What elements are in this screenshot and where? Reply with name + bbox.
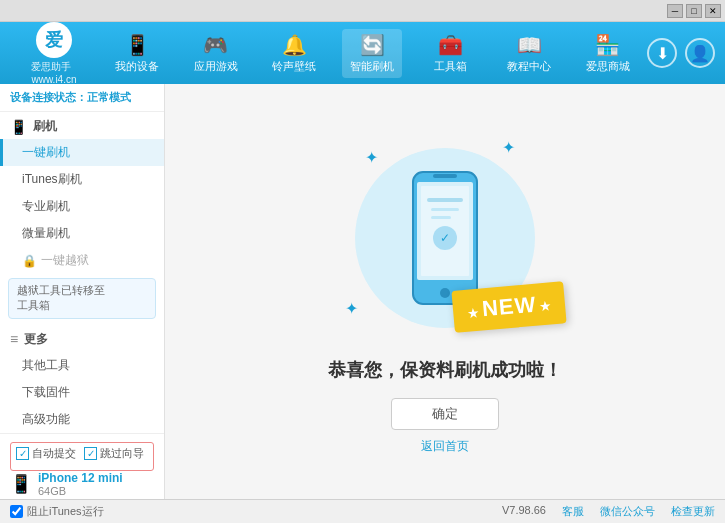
wechat-official-link[interactable]: 微信公众号 [600, 504, 655, 519]
sidebar-item-advanced[interactable]: 高级功能 [0, 406, 164, 433]
flash-section-header: 📱 刷机 [0, 112, 164, 139]
new-badge: NEW [451, 281, 567, 333]
sidebar-item-one-click-flash[interactable]: 一键刷机 [0, 139, 164, 166]
sidebar-bottom: ✓ 自动提交 ✓ 跳过向导 📱 iPhone 12 mini [0, 433, 164, 499]
nav-mall[interactable]: 🏪 爱思商城 [578, 29, 638, 78]
device-firmware: Down-12mini-13,1 [38, 497, 127, 499]
nav-my-device[interactable]: 📱 我的设备 [107, 29, 167, 78]
auto-submit-checkbox[interactable]: ✓ 自动提交 [16, 446, 76, 461]
ringtones-icon: 🔔 [282, 33, 307, 57]
content-area: ✓ ✦ ✦ ✦ NEW 恭喜您，保资料刷机成功啦！ 确定 返回首页 [165, 84, 725, 499]
window-controls: ─ □ ✕ [667, 4, 721, 18]
status-bar: 设备连接状态：正常模式 [0, 84, 164, 112]
confirm-button[interactable]: 确定 [391, 398, 499, 430]
svg-rect-7 [431, 216, 451, 219]
sparkle-icon-1: ✦ [365, 148, 378, 167]
device-checkboxes: ✓ 自动提交 ✓ 跳过向导 [16, 446, 148, 461]
download-button[interactable]: ⬇ [647, 38, 677, 68]
back-link[interactable]: 返回首页 [421, 438, 469, 455]
device-phone-icon: 📱 [10, 473, 32, 495]
sidebar-item-itunes-flash[interactable]: iTunes刷机 [0, 166, 164, 193]
title-bar: ─ □ ✕ [0, 0, 725, 22]
nav-apps-games[interactable]: 🎮 应用游戏 [186, 29, 246, 78]
svg-point-3 [440, 288, 450, 298]
logo-area[interactable]: 爱 爱思助手 www.i4.cn [10, 22, 98, 85]
nav-ringtones[interactable]: 🔔 铃声壁纸 [264, 29, 324, 78]
svg-rect-5 [427, 198, 463, 202]
skip-wizard-cb-box: ✓ [84, 447, 97, 460]
nav-smart-flash[interactable]: 🔄 智能刷机 [342, 29, 402, 78]
nav-bar: 📱 我的设备 🎮 应用游戏 🔔 铃声壁纸 🔄 智能刷机 🧰 工具箱 📖 教程中心… [98, 29, 647, 78]
nav-toolbox[interactable]: 🧰 工具箱 [421, 29, 481, 78]
stop-itunes-checkbox[interactable] [10, 505, 23, 518]
bottom-right: V7.98.66 客服 微信公众号 检查更新 [502, 504, 715, 519]
logo-icon: 爱 [36, 22, 72, 58]
sidebar-item-other-tools[interactable]: 其他工具 [0, 352, 164, 379]
success-visual: ✓ ✦ ✦ ✦ NEW [335, 128, 555, 348]
header: 爱 爱思助手 www.i4.cn 📱 我的设备 🎮 应用游戏 🔔 铃声壁纸 🔄 … [0, 22, 725, 84]
close-button[interactable]: ✕ [705, 4, 721, 18]
sidebar-item-save-flash[interactable]: 微量刷机 [0, 220, 164, 247]
user-button[interactable]: 👤 [685, 38, 715, 68]
version-label: V7.98.66 [502, 504, 546, 519]
stop-itunes-label: 阻止iTunes运行 [27, 504, 104, 519]
check-update-link[interactable]: 检查更新 [671, 504, 715, 519]
nav-tutorials[interactable]: 📖 教程中心 [499, 29, 559, 78]
device-storage: 64GB [38, 485, 127, 497]
sparkle-icon-3: ✦ [345, 299, 358, 318]
three-lines-icon: ≡ [10, 331, 18, 347]
bottom-bar: 阻止iTunes运行 V7.98.66 客服 微信公众号 检查更新 [0, 499, 725, 523]
customer-service-link[interactable]: 客服 [562, 504, 584, 519]
header-right: ⬇ 👤 [647, 38, 715, 68]
svg-rect-6 [431, 208, 459, 211]
svg-text:✓: ✓ [440, 231, 450, 245]
sidebar-item-download-firmware[interactable]: 下载固件 [0, 379, 164, 406]
sidebar-item-pro-flash[interactable]: 专业刷机 [0, 193, 164, 220]
svg-rect-2 [433, 174, 457, 178]
bottom-left: 阻止iTunes运行 [10, 504, 104, 519]
auto-submit-cb-box: ✓ [16, 447, 29, 460]
mall-icon: 🏪 [595, 33, 620, 57]
device-name: iPhone 12 mini [38, 471, 127, 485]
more-section-header: ≡ 更多 [0, 323, 164, 352]
flash-section-icon: 📱 [10, 119, 27, 135]
device-info: 📱 iPhone 12 mini 64GB Down-12mini-13,1 [10, 471, 154, 499]
skip-wizard-check-icon: ✓ [87, 448, 95, 459]
auto-submit-check-icon: ✓ [19, 448, 27, 459]
lock-icon: 🔒 [22, 254, 37, 268]
sidebar-grayed-jailbreak: 🔒 一键越狱 [0, 247, 164, 274]
checkbox-group: ✓ 自动提交 ✓ 跳过向导 [10, 442, 154, 471]
maximize-button[interactable]: □ [686, 4, 702, 18]
smart-flash-icon: 🔄 [360, 33, 385, 57]
main-container: 设备连接状态：正常模式 📱 刷机 一键刷机 iTunes刷机 专业刷机 微量刷机… [0, 84, 725, 499]
sidebar: 设备连接状态：正常模式 📱 刷机 一键刷机 iTunes刷机 专业刷机 微量刷机… [0, 84, 165, 499]
my-device-icon: 📱 [125, 33, 150, 57]
logo-text: 爱思助手 www.i4.cn [31, 60, 76, 85]
notice-box: 越狱工具已转移至工具箱 [8, 278, 156, 319]
sparkle-icon-2: ✦ [502, 138, 515, 157]
success-title: 恭喜您，保资料刷机成功啦！ [328, 358, 562, 382]
toolbox-icon: 🧰 [438, 33, 463, 57]
skip-wizard-checkbox[interactable]: ✓ 跳过向导 [84, 446, 144, 461]
device-details: iPhone 12 mini 64GB Down-12mini-13,1 [38, 471, 127, 499]
minimize-button[interactable]: ─ [667, 4, 683, 18]
phone-illustration: ✓ [405, 168, 485, 308]
apps-icon: 🎮 [203, 33, 228, 57]
tutorials-icon: 📖 [517, 33, 542, 57]
